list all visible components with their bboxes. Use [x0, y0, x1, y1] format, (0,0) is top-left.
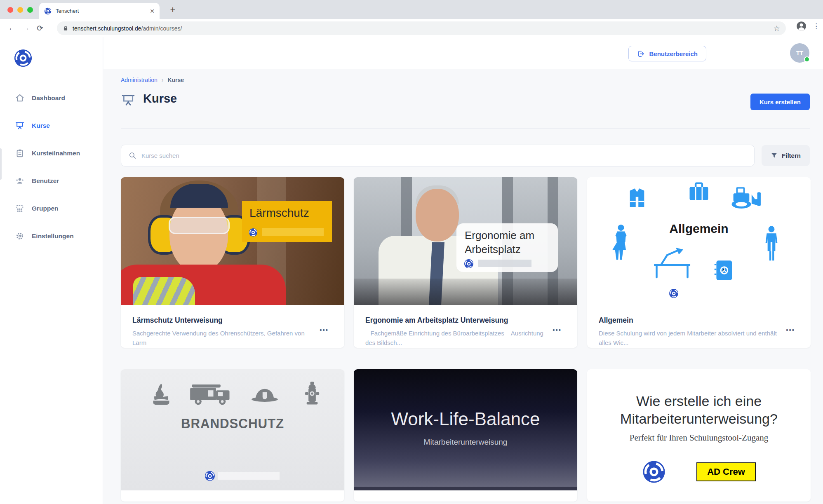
- course-card-anleitung[interactable]: Wie erstelle ich eine Mitarbeiterunterwe…: [587, 369, 811, 502]
- course-image: Lärmschutz: [121, 177, 344, 305]
- course-image: BRANDSCHUTZ: [121, 369, 344, 490]
- back-icon[interactable]: ←: [5, 23, 19, 33]
- bulldozer-icon: [728, 185, 764, 209]
- image-label-box: Lärmschutz: [242, 201, 332, 242]
- presentation-icon: [15, 121, 24, 130]
- course-card-ergonomie[interactable]: Ergonomie am Arbeitsplatz Ergonomie am A…: [354, 177, 577, 348]
- chevron-right-icon: ›: [162, 77, 164, 83]
- course-description: Diese Schulung wird von jedem Mitarbeite…: [599, 328, 780, 348]
- chrome-menu-icon[interactable]: ⋮: [813, 24, 820, 29]
- search-icon: [129, 152, 136, 159]
- group-icon: [15, 204, 24, 213]
- desk-lamp-icon: [652, 246, 692, 279]
- safety-vest-icon: [626, 186, 648, 209]
- home-icon: [15, 94, 24, 103]
- fire-truck-icon: [190, 384, 231, 406]
- page-title: Kurse: [143, 92, 177, 105]
- course-card-allgemein[interactable]: Allgemein Allgemein Diese Schulung wird …: [587, 177, 811, 348]
- user-area-button[interactable]: Benutzerbereich: [628, 46, 706, 61]
- gear-icon: [15, 232, 24, 241]
- funnel-icon: [771, 152, 778, 159]
- forward-icon[interactable]: →: [19, 23, 33, 33]
- close-window-button[interactable]: [7, 7, 13, 13]
- course-description: – Fachgemäße Einrichtung des Büroarbeits…: [365, 328, 547, 348]
- course-description: Sachgerechte Verwendung des Ohrenschütze…: [132, 328, 314, 348]
- course-image: Ergonomie am Arbeitsplatz: [354, 177, 577, 305]
- sidebar-item-dashboard[interactable]: Dashboard: [0, 89, 103, 108]
- logout-icon: [637, 50, 645, 58]
- briefcase-icon: [688, 181, 710, 202]
- new-tab-button[interactable]: +: [167, 4, 179, 16]
- brand-logo-icon: [205, 471, 215, 481]
- sidebar-item-einstellungen[interactable]: Einstellungen: [0, 227, 103, 246]
- sidebar-item-kursteilnahmen[interactable]: Kursteilnahmen: [0, 144, 103, 163]
- search-input[interactable]: [141, 152, 747, 159]
- online-status-dot: [804, 56, 810, 62]
- brand-logo-icon: [249, 228, 258, 237]
- course-title: Lärmschutz Unterweisung: [132, 316, 333, 325]
- section-divider: [121, 128, 810, 129]
- maximize-window-button[interactable]: [27, 7, 33, 13]
- brand-logo-icon: [669, 288, 679, 298]
- fire-helmet-icon: [251, 386, 278, 404]
- machine-box-icon: [713, 260, 733, 281]
- course-image: Allgemein: [587, 177, 811, 305]
- course-image: Wie erstelle ich eine Mitarbeiterunterwe…: [587, 369, 811, 490]
- card-menu-icon[interactable]: •••: [320, 326, 329, 333]
- campfire-icon: [150, 382, 172, 406]
- sidebar-item-gruppen[interactable]: Gruppen: [0, 199, 103, 218]
- brand-logo-icon: [642, 460, 666, 484]
- window-controls[interactable]: [7, 7, 33, 13]
- browser-tab[interactable]: Tenschert ✕: [39, 3, 160, 19]
- sidebar-item-benutzer[interactable]: Benutzer: [0, 171, 103, 190]
- course-card-laermschutz[interactable]: Lärmschutz Lärmschutz Unterweisung Sachg…: [121, 177, 344, 348]
- card-menu-icon[interactable]: •••: [786, 326, 795, 333]
- drawer-handle[interactable]: [0, 148, 2, 180]
- image-title: Allgemein: [587, 222, 811, 236]
- brand-logo-icon: [464, 259, 474, 269]
- bookmark-star-icon[interactable]: ☆: [774, 24, 780, 33]
- course-title: Ergonomie am Arbeitsplatz Unterweisung: [365, 316, 566, 325]
- breadcrumb-administration[interactable]: Administration: [121, 77, 158, 83]
- course-search: [121, 145, 755, 166]
- image-label-box: Ergonomie am Arbeitsplatz: [456, 223, 558, 272]
- card-menu-icon[interactable]: •••: [553, 326, 562, 333]
- sidebar: Dashboard Kurse Kursteilnahmen: [0, 37, 103, 504]
- breadcrumb-current: Kurse: [167, 77, 184, 83]
- course-title: Allgemein: [599, 316, 799, 325]
- course-card-brandschutz[interactable]: BRANDSCHUTZ: [121, 369, 344, 502]
- browser-tab-strip: Tenschert ✕ +: [0, 0, 823, 19]
- promo-heading: Wie erstelle ich eine Mitarbeiterunterwe…: [600, 392, 798, 427]
- filter-button[interactable]: Filtern: [762, 145, 810, 166]
- avatar[interactable]: TT: [790, 43, 809, 63]
- image-title: Work-Life-Balance: [354, 409, 577, 429]
- close-tab-icon[interactable]: ✕: [150, 8, 155, 14]
- course-card-work-life-balance[interactable]: Work-Life-Balance Mitarbeiterunterweisun…: [354, 369, 577, 502]
- lock-icon: [63, 26, 68, 31]
- fire-hydrant-icon: [304, 381, 320, 406]
- url-text: tenschert.schulungstool.de/admin/courses…: [73, 25, 182, 32]
- profile-icon[interactable]: [796, 21, 807, 32]
- url-field[interactable]: tenschert.schulungstool.de/admin/courses…: [57, 21, 786, 35]
- ad-crew-badge: AD Crew: [696, 462, 756, 481]
- clipboard-icon: [15, 149, 24, 158]
- app-logo-icon: [14, 49, 33, 68]
- image-subtitle: Mitarbeiterunterweisung: [354, 438, 577, 447]
- image-title: BRANDSCHUTZ: [130, 415, 336, 431]
- promo-subheading: Perfekt für Ihren Schulungstool-Zugang: [587, 433, 811, 443]
- course-image: Work-Life-Balance Mitarbeiterunterweisun…: [354, 369, 577, 490]
- users-icon: [15, 176, 24, 185]
- page-title-presentation-icon: [121, 93, 136, 107]
- favicon-icon: [44, 7, 52, 15]
- breadcrumb: Administration › Kurse: [121, 77, 184, 83]
- sidebar-item-kurse[interactable]: Kurse: [0, 116, 103, 135]
- reload-icon[interactable]: ⟳: [33, 23, 47, 33]
- create-course-button[interactable]: Kurs erstellen: [750, 94, 810, 110]
- minimize-window-button[interactable]: [17, 7, 23, 13]
- tab-title: Tenschert: [56, 8, 146, 14]
- top-bar: Benutzerbereich TT: [103, 37, 823, 69]
